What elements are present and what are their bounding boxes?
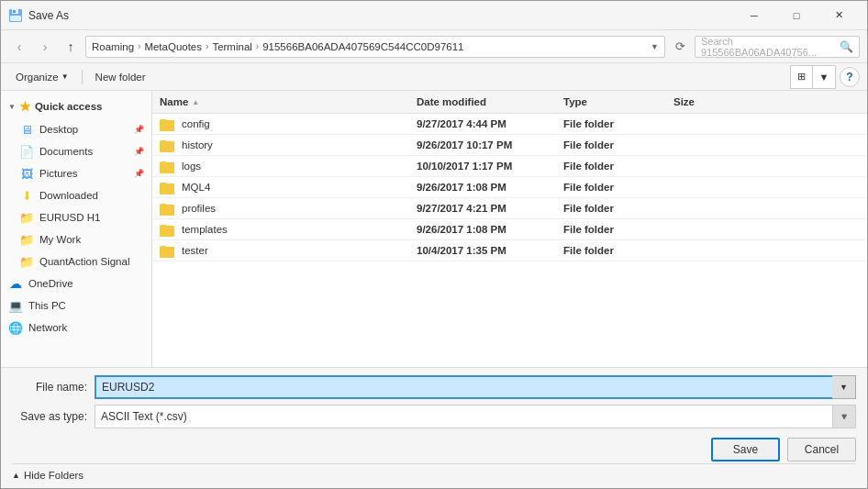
documents-icon: 📄 bbox=[19, 144, 34, 159]
documents-pin-icon: 📌 bbox=[134, 147, 144, 156]
close-button[interactable]: ✕ bbox=[818, 1, 860, 30]
hide-folders-label: Hide Folders bbox=[24, 470, 83, 481]
navigation-toolbar: ‹ › ↑ Roaming › MetaQuotes › Terminal › … bbox=[1, 30, 867, 63]
sidebar-item-downloaded[interactable]: ⬇ Downloaded bbox=[1, 184, 151, 206]
organize-button[interactable]: Organize ▼ bbox=[8, 67, 76, 87]
cancel-button-label: Cancel bbox=[805, 443, 839, 456]
view-list-button[interactable]: ⊞ bbox=[791, 66, 813, 88]
thispc-icon: 💻 bbox=[8, 298, 23, 313]
header-size[interactable]: Size bbox=[666, 94, 740, 110]
filename-wrapper: ▼ bbox=[95, 375, 856, 399]
dialog: Save As ─ □ ✕ ‹ › ↑ Roaming › MetaQuotes… bbox=[0, 0, 868, 489]
sidebar-item-network[interactable]: 🌐 Network bbox=[1, 317, 151, 339]
header-name[interactable]: Name ▲ bbox=[152, 94, 409, 110]
sidebar-thispc-label: This PC bbox=[28, 300, 66, 311]
breadcrumb-item-roaming[interactable]: Roaming bbox=[92, 41, 134, 52]
view-dropdown-button[interactable]: ▼ bbox=[813, 66, 835, 88]
onedrive-icon: ☁ bbox=[8, 276, 23, 291]
sidebar-onedrive-label: OneDrive bbox=[28, 278, 73, 289]
hide-folders-row: ▲ Hide Folders bbox=[12, 463, 856, 481]
minimize-button[interactable]: ─ bbox=[733, 1, 775, 30]
file-name: history bbox=[182, 139, 213, 150]
table-row[interactable]: config 9/27/2017 4:44 PM File folder bbox=[152, 114, 867, 135]
breadcrumb-sep-2: › bbox=[206, 41, 208, 51]
header-type[interactable]: Type bbox=[556, 94, 666, 110]
sidebar-item-desktop[interactable]: 🖥 Desktop 📌 bbox=[1, 118, 151, 140]
hide-folders-button[interactable]: ▲ Hide Folders bbox=[12, 470, 83, 481]
main-content: ▼ ★ Quick access 🖥 Desktop 📌 📄 Documents… bbox=[1, 91, 867, 367]
breadcrumb-item-hash[interactable]: 915566BA06ADA407569C544CC0D97611 bbox=[262, 41, 463, 52]
breadcrumb-bar: Roaming › MetaQuotes › Terminal › 915566… bbox=[85, 36, 665, 58]
file-size bbox=[666, 121, 740, 127]
sidebar-item-eurusd[interactable]: 📁 EURUSD H1 bbox=[1, 206, 151, 228]
save-button-label: Save bbox=[733, 443, 758, 456]
file-size bbox=[666, 206, 740, 211]
maximize-button[interactable]: □ bbox=[775, 1, 818, 30]
file-date: 9/26/2017 1:08 PM bbox=[409, 179, 556, 195]
pictures-icon: 🖼 bbox=[19, 166, 34, 181]
svg-rect-3 bbox=[10, 16, 21, 21]
folder-icon bbox=[160, 159, 174, 173]
table-row[interactable]: history 9/26/2017 10:17 PM File folder bbox=[152, 135, 867, 156]
filename-dropdown-button[interactable]: ▼ bbox=[832, 375, 856, 399]
file-type: File folder bbox=[556, 179, 666, 195]
pictures-pin-icon: 📌 bbox=[134, 169, 144, 178]
saveastype-select[interactable]: ASCII Text (*.csv) bbox=[95, 405, 856, 428]
sidebar-item-mywork[interactable]: 📁 My Work bbox=[1, 228, 151, 250]
forward-button[interactable]: › bbox=[34, 36, 56, 58]
saveastype-row: Save as type: ASCII Text (*.csv) ▼ bbox=[12, 405, 856, 428]
table-row[interactable]: MQL4 9/26/2017 1:08 PM File folder bbox=[152, 177, 867, 198]
refresh-button[interactable]: ⟳ bbox=[669, 36, 691, 58]
file-list: Name ▲ Date modified Type Size config 9/… bbox=[152, 91, 867, 367]
breadcrumb-item-terminal[interactable]: Terminal bbox=[212, 41, 251, 52]
sidebar-documents-label: Documents bbox=[39, 146, 93, 157]
sidebar-section-quick-access[interactable]: ▼ ★ Quick access bbox=[1, 94, 151, 118]
back-button[interactable]: ‹ bbox=[8, 36, 30, 58]
file-type: File folder bbox=[556, 158, 666, 174]
buttons-row: Save Cancel bbox=[12, 434, 856, 461]
folder-icon bbox=[160, 243, 174, 258]
breadcrumb-item-metaquotes[interactable]: MetaQuotes bbox=[144, 41, 202, 52]
up-button[interactable]: ↑ bbox=[60, 36, 82, 58]
file-name: tester bbox=[182, 245, 208, 256]
new-folder-label: New folder bbox=[95, 72, 146, 83]
file-date: 10/4/2017 1:35 PM bbox=[409, 242, 556, 259]
hide-folders-chevron: ▲ bbox=[12, 471, 20, 480]
file-name: config bbox=[182, 118, 210, 129]
sidebar-item-documents[interactable]: 📄 Documents 📌 bbox=[1, 140, 151, 162]
sidebar-pictures-label: Pictures bbox=[39, 168, 78, 179]
file-type: File folder bbox=[556, 200, 666, 217]
sidebar-item-onedrive[interactable]: ☁ OneDrive bbox=[1, 272, 151, 295]
sidebar-item-quantaction[interactable]: 📁 QuantAction Signal bbox=[1, 250, 151, 272]
file-date: 9/27/2017 4:44 PM bbox=[409, 116, 556, 132]
action-toolbar: Organize ▼ New folder ⊞ ▼ ? bbox=[1, 63, 867, 91]
sidebar-quick-access-label: Quick access bbox=[35, 101, 103, 112]
sidebar-network-label: Network bbox=[28, 322, 67, 333]
title-bar-controls: ─ □ ✕ bbox=[733, 1, 860, 30]
save-button[interactable]: Save bbox=[711, 438, 780, 461]
table-row[interactable]: logs 10/10/2017 1:17 PM File folder bbox=[152, 156, 867, 177]
help-button[interactable]: ? bbox=[840, 67, 860, 87]
cancel-button[interactable]: Cancel bbox=[787, 438, 856, 461]
quantaction-icon: 📁 bbox=[19, 254, 34, 269]
folder-icon bbox=[160, 117, 174, 131]
file-name: MQL4 bbox=[182, 182, 210, 193]
sidebar-item-pictures[interactable]: 🖼 Pictures 📌 bbox=[1, 162, 151, 184]
filename-input[interactable] bbox=[95, 375, 856, 399]
bottom-section: File name: ▼ Save as type: ASCII Text (*… bbox=[1, 367, 867, 488]
sidebar-item-thispc[interactable]: 💻 This PC bbox=[1, 295, 151, 317]
header-date[interactable]: Date modified bbox=[409, 94, 556, 110]
sidebar: ▼ ★ Quick access 🖥 Desktop 📌 📄 Documents… bbox=[1, 91, 152, 367]
breadcrumb-sep-3: › bbox=[256, 41, 259, 51]
table-row[interactable]: profiles 9/27/2017 4:21 PM File folder bbox=[152, 198, 867, 219]
folder-icon bbox=[160, 180, 174, 194]
table-row[interactable]: tester 10/4/2017 1:35 PM File folder bbox=[152, 240, 867, 261]
desktop-icon: 🖥 bbox=[19, 122, 34, 137]
file-name: templates bbox=[182, 224, 228, 235]
file-rows-container: config 9/27/2017 4:44 PM File folder his… bbox=[152, 114, 867, 261]
saveastype-wrapper: ASCII Text (*.csv) ▼ bbox=[95, 405, 856, 428]
breadcrumb-dropdown[interactable]: ▼ bbox=[651, 42, 659, 51]
search-icon[interactable]: 🔍 bbox=[840, 40, 853, 53]
table-row[interactable]: templates 9/26/2017 1:08 PM File folder bbox=[152, 219, 867, 240]
new-folder-button[interactable]: New folder bbox=[88, 67, 153, 87]
